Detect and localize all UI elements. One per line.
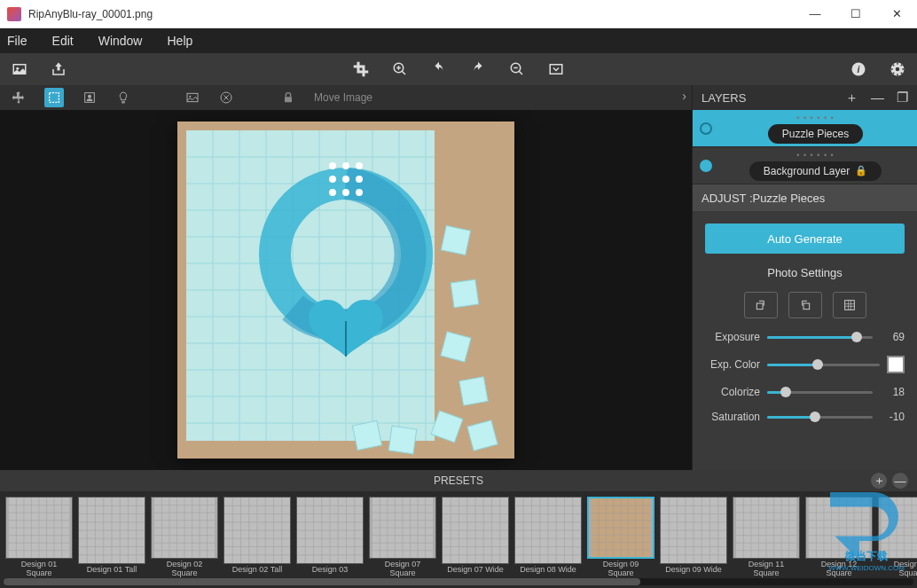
preset-thumb[interactable] [78,497,145,564]
move-tool-icon[interactable] [11,90,27,106]
preset-strip[interactable]: Design 01 SquareDesign 01 TallDesign 02 … [0,491,917,578]
image-tool-icon[interactable] [184,90,200,106]
preset-thumb[interactable] [514,497,582,564]
preset-thumb[interactable] [587,497,654,559]
puzzle-canvas [177,122,514,459]
saturation-slider[interactable]: Saturation -10 [705,411,905,423]
color-swatch[interactable] [887,356,905,373]
zoom-in-icon[interactable] [391,60,409,78]
titlebar: RipAnyBlu-ray_00001.png — ☐ ✕ [0,0,917,28]
preset-item[interactable]: Design 13 Square [878,497,917,578]
preset-item[interactable]: Design 12 Square [805,497,873,578]
lock-tool-icon[interactable] [280,90,296,106]
settings-icon[interactable] [889,60,906,78]
preset-label: Design 12 Square [821,561,858,578]
preset-scrollbar[interactable] [4,578,913,585]
select-tool-icon[interactable] [44,88,64,107]
preset-item[interactable]: Design 11 Square [733,497,800,578]
redo-icon[interactable] [469,60,487,78]
menu-window[interactable]: Window [98,34,143,48]
preset-label: Design 07 Square [385,561,421,578]
canvas-area[interactable] [0,110,692,470]
layer-duplicate-icon[interactable]: ❐ [897,90,908,106]
menu-file[interactable]: File [7,34,27,48]
svg-point-33 [329,189,336,196]
layer-add-icon[interactable]: ＋ [845,90,858,106]
layer-grip-icon[interactable]: • • • • • • [796,151,834,160]
svg-point-31 [342,176,349,183]
sidebar-toggle-icon[interactable]: › [682,89,686,103]
rotate-left-button[interactable] [744,292,778,318]
preset-item[interactable]: Design 07 Square [369,497,436,578]
close-button[interactable]: ✕ [876,0,917,28]
delete-tool-icon[interactable] [218,90,234,106]
preset-thumb[interactable] [660,497,727,564]
preset-thumb[interactable] [805,497,873,559]
bulb-tool-icon[interactable] [115,90,131,106]
svg-point-30 [329,176,336,183]
preset-thumb[interactable] [223,497,291,564]
preset-item[interactable]: Design 01 Tall [78,497,145,578]
colorize-slider[interactable]: Colorize 18 [705,386,905,398]
layer-row-puzzle[interactable]: • • • • • • Puzzle Pieces [693,110,917,147]
preset-thumb[interactable] [296,497,364,564]
portrait-tool-icon[interactable] [82,90,98,106]
preset-remove-icon[interactable]: — [892,473,908,489]
svg-point-27 [329,162,336,169]
adjust-title-prefix: ADJUST : [701,192,753,205]
preset-thumb[interactable] [151,497,218,559]
preset-item[interactable]: Design 02 Tall [223,497,291,578]
slider-value: -10 [880,411,905,423]
svg-point-1 [16,67,19,70]
layer-visibility-icon[interactable] [700,122,712,135]
preset-label: Design 02 Tall [232,566,282,575]
preset-thumb[interactable] [878,497,917,559]
grid-button[interactable] [833,292,866,318]
toolbar: i [0,53,917,85]
preset-item[interactable]: Design 07 Wide [442,497,509,578]
preset-thumb[interactable] [5,497,73,559]
svg-rect-15 [285,97,292,102]
layer-remove-icon[interactable]: — [871,90,884,106]
info-icon[interactable]: i [850,60,867,78]
maximize-button[interactable]: ☐ [835,0,876,28]
exposure-slider[interactable]: Exposure 69 [705,331,905,343]
menu-edit[interactable]: Edit [52,34,74,48]
preset-item[interactable]: Design 01 Square [5,497,73,578]
preset-item[interactable]: Design 03 [296,497,364,578]
preset-label: Design 07 Wide [447,566,504,575]
open-icon[interactable] [11,60,28,78]
rotate-right-button[interactable] [788,292,822,318]
minimize-button[interactable]: — [795,0,835,28]
zoom-out-icon[interactable] [508,60,526,78]
fit-icon[interactable] [547,60,565,78]
slider-label: Exp. Color [705,358,760,371]
crop-icon[interactable] [352,60,370,78]
preset-item[interactable]: Design 02 Square [151,497,218,578]
preset-item[interactable]: Design 09 Square [587,497,654,578]
lock-icon: 🔒 [855,165,867,176]
menu-help[interactable]: Help [167,34,192,48]
save-icon[interactable] [50,60,67,78]
preset-label: Design 01 Tall [87,566,137,575]
preset-item[interactable]: Design 08 Wide [514,497,582,578]
undo-icon[interactable] [430,60,448,78]
preset-thumb[interactable] [733,497,800,559]
layer-row-background[interactable]: • • • • • • Background Layer 🔒 [693,147,917,184]
preset-item[interactable]: Design 09 Wide [660,497,727,578]
svg-rect-19 [441,225,470,255]
slider-label: Exposure [705,331,760,343]
svg-point-35 [356,189,363,196]
exp-color-slider[interactable]: Exp. Color [705,356,905,373]
preset-thumb[interactable] [442,497,509,564]
layer-visibility-icon[interactable] [700,160,712,172]
settings-buttons [705,292,905,318]
preset-label: Design 02 Square [167,561,203,578]
preset-label: Design 08 Wide [520,566,576,575]
svg-rect-36 [756,303,763,310]
layer-grip-icon[interactable]: • • • • • • [796,114,834,122]
svg-rect-26 [352,420,381,450]
auto-generate-button[interactable]: Auto Generate [705,223,905,254]
preset-thumb[interactable] [369,497,436,559]
preset-add-icon[interactable]: ＋ [871,473,887,489]
